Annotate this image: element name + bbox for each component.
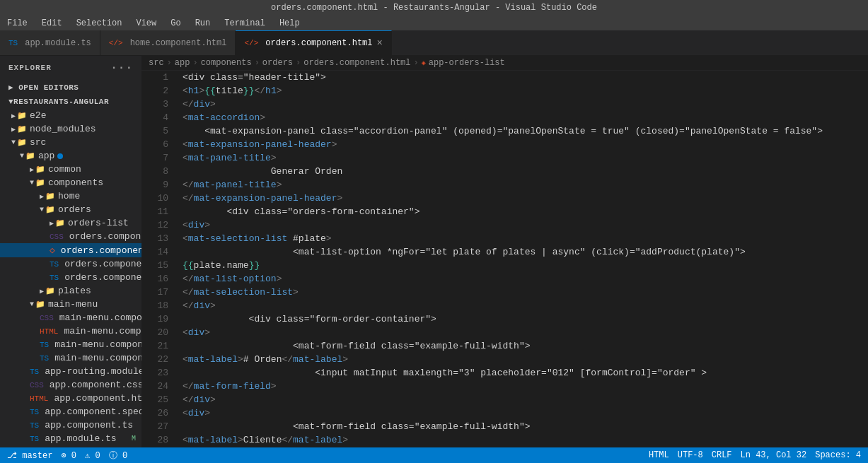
tree-app-html[interactable]: HTML app.component.html — [0, 392, 141, 405]
tree-label: orders.component.css — [69, 231, 141, 242]
title-bar: orders.component.html - Restaurants-Angu… — [0, 0, 868, 16]
tree-main-menu-html[interactable]: HTML main-menu.component.html — [0, 324, 141, 338]
tree-app[interactable]: ▼ 📁 app — [0, 149, 141, 163]
html-icon: HTML — [30, 394, 48, 403]
tree-common[interactable]: ▶ 📁 common — [0, 163, 141, 176]
language-mode[interactable]: HTML — [649, 450, 669, 460]
tab-app-module[interactable]: TS app.module.ts — [0, 30, 100, 55]
editor-area[interactable]: 1234567891011121314151617181920212223242… — [141, 71, 868, 447]
breadcrumb: src › app › components › orders › orders… — [141, 56, 868, 71]
tree-main-menu-css[interactable]: CSS main-menu.component.css — [0, 311, 141, 324]
tree-label: main-menu — [48, 299, 98, 310]
arrow-icon: ▶ — [50, 219, 54, 228]
tree-label: orders.component.ts — [64, 272, 141, 283]
tab-home-component[interactable]: </> home.component.html — [100, 30, 236, 55]
html-icon: </> — [109, 39, 123, 47]
tree-orders-list[interactable]: ▶ 📁 orders-list — [0, 216, 141, 230]
tree-label: plates — [58, 286, 91, 296]
tree-app-ts[interactable]: TS app.component.ts — [0, 418, 141, 432]
tree-app-css[interactable]: CSS app.component.css — [0, 378, 141, 392]
arrow-icon: ▶ — [40, 287, 44, 295]
info-count[interactable]: ⓘ 0 — [109, 450, 127, 462]
main-layout: EXPLORER ··· ▶ OPEN EDITORS ▼ RESTAURANT… — [0, 56, 868, 447]
tree-orders-css[interactable]: CSS orders.component.css — [0, 230, 141, 243]
tree-label: main-menu.component.ts — [54, 353, 141, 363]
menu-go[interactable]: Go — [163, 16, 187, 30]
breadcrumb-orders: orders — [262, 58, 293, 68]
menu-selection[interactable]: Selection — [69, 16, 129, 30]
cursor-position: Ln 43, Col 32 — [741, 450, 807, 460]
tree-label: src — [30, 137, 46, 148]
tab-orders-component[interactable]: </> orders.component.html × — [236, 30, 391, 55]
tree-app-spec[interactable]: TS app.component.spec.ts — [0, 405, 141, 418]
tree-app-routing[interactable]: TS app-routing.module.ts — [0, 365, 141, 378]
tree-label: app.component.css — [50, 380, 141, 390]
tree-orders-html[interactable]: ◇ orders.component.html — [0, 243, 141, 257]
html-icon: HTML — [40, 327, 58, 336]
tree-orders[interactable]: ▼ 📁 orders — [0, 203, 141, 216]
menu-help[interactable]: Help — [272, 16, 307, 30]
arrow-icon: ▼ — [20, 152, 24, 160]
status-bar: ⎇ master ⊗ 0 ⚠ 0 ⓘ 0 HTML UTF-8 CRLF Ln … — [0, 447, 868, 463]
tree-label: node_modules — [30, 124, 96, 134]
ts-icon: TS — [30, 421, 39, 430]
folder-icon: 📁 — [45, 286, 55, 295]
errors-count[interactable]: ⊗ 0 — [61, 450, 76, 461]
arrow-icon: ▶ — [30, 165, 34, 174]
sidebar: EXPLORER ··· ▶ OPEN EDITORS ▼ RESTAURANT… — [0, 56, 141, 447]
menu-file[interactable]: File — [0, 16, 35, 30]
tree-src[interactable]: ▼ 📁 src — [0, 136, 141, 149]
folder-icon: 📁 — [35, 165, 45, 174]
folder-icon: 📁 — [17, 124, 27, 134]
line-ending[interactable]: CRLF — [712, 450, 732, 460]
section-label: RESTAURANTS-ANGULAR — [13, 98, 109, 106]
sidebar-title: EXPLORER — [8, 64, 52, 72]
tree-label: components — [48, 177, 103, 188]
encoding[interactable]: UTF-8 — [678, 450, 703, 460]
breadcrumb-app: app — [175, 58, 190, 68]
tab-label: app.module.ts — [25, 38, 91, 48]
section-arrow: ▼ — [8, 98, 13, 106]
folder-icon: 📁 — [45, 205, 55, 214]
tree-label: orders.component.html — [61, 245, 141, 256]
tree-components[interactable]: ▼ 📁 components — [0, 176, 141, 189]
tree-app-module[interactable]: TS app.module.ts M — [0, 432, 141, 445]
tree-e2e[interactable]: ▶ 📁 e2e — [0, 109, 141, 122]
css-icon: CSS — [30, 381, 44, 389]
menu-run[interactable]: Run — [188, 16, 218, 30]
git-branch[interactable]: ⎇ master — [7, 450, 52, 461]
tree-node-modules[interactable]: ▶ 📁 node_modules — [0, 122, 141, 136]
tabs-bar: TS app.module.ts </> home.component.html… — [0, 31, 868, 56]
sidebar-menu-button[interactable]: ··· — [110, 61, 133, 74]
tree-main-menu[interactable]: ▼ 📁 main-menu — [0, 298, 141, 311]
ts-icon: TS — [30, 435, 39, 443]
tree-label: app.component.html — [54, 393, 141, 404]
open-editors-section[interactable]: ▶ OPEN EDITORS — [0, 80, 141, 95]
tree-label: app.component.ts — [45, 420, 133, 430]
restaurants-angular-section[interactable]: ▼ RESTAURANTS-ANGULAR — [0, 95, 141, 109]
tree-orders-spec[interactable]: TS orders.component.spec.ts — [0, 257, 141, 271]
ts-icon: TS — [30, 368, 39, 376]
line-numbers: 1234567891011121314151617181920212223242… — [141, 71, 177, 447]
menu-edit[interactable]: Edit — [35, 16, 69, 30]
breadcrumb-file: orders.component.html — [303, 58, 410, 68]
menu-view[interactable]: View — [129, 16, 163, 30]
tree-label: main-menu.component.css — [59, 312, 141, 323]
ts-icon: TS — [40, 354, 49, 363]
tree-orders-ts[interactable]: TS orders.component.ts — [0, 271, 141, 284]
folder-icon: 📁 — [17, 138, 27, 147]
warnings-count[interactable]: ⚠ 0 — [85, 450, 100, 461]
tree-home[interactable]: ▶ 📁 home — [0, 189, 141, 203]
menu-terminal[interactable]: Terminal — [217, 16, 272, 30]
arrow-icon: ▶ — [11, 112, 16, 120]
indent-size[interactable]: Spaces: 4 — [815, 450, 861, 460]
tree-label: app.module.ts — [45, 433, 116, 444]
tree-main-menu-spec[interactable]: TS main-menu.component.spec.ts — [0, 338, 141, 351]
title-text: orders.component.html - Restaurants-Angu… — [271, 3, 597, 13]
tab-close-button[interactable]: × — [377, 37, 383, 49]
tree-plates[interactable]: ▶ 📁 plates — [0, 284, 141, 298]
folder-icon: 📁 — [35, 300, 45, 309]
tree-main-menu-ts[interactable]: TS main-menu.component.ts — [0, 351, 141, 365]
folder-icon: 📁 — [17, 111, 27, 120]
component-icon: ◈ — [422, 59, 426, 67]
